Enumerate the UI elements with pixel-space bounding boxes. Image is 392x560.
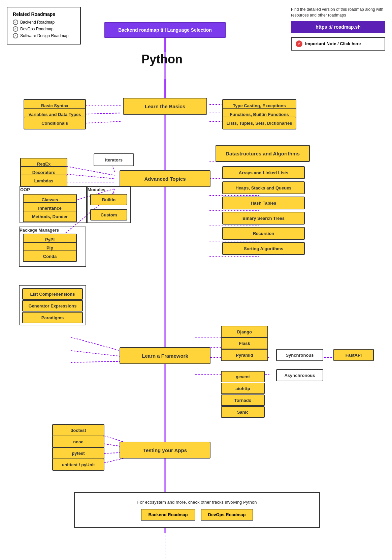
conditionals-node[interactable]: Conditionals <box>24 117 86 129</box>
check-icon-backend: ✓ <box>13 20 18 25</box>
svg-line-8 <box>61 165 115 175</box>
synchronous-node[interactable]: Synchronous <box>276 349 323 361</box>
check-icon-devops: ✓ <box>13 26 18 32</box>
methods-dunder-node[interactable]: Methods, Dunder <box>23 211 77 222</box>
flask-node[interactable]: Flask <box>221 337 268 349</box>
doctest-node[interactable]: doctest <box>52 424 104 436</box>
paradigms-node[interactable]: Paradigms <box>22 312 83 323</box>
iterators-node[interactable]: Iterators <box>94 153 134 166</box>
asynchronous-node[interactable]: Asynchronous <box>276 369 323 381</box>
related-item-devops[interactable]: ✓ DevOps Roadmap <box>13 26 75 32</box>
hash-tables-node[interactable]: Hash Tables <box>222 197 305 209</box>
advanced-topics-node[interactable]: Advanced Topics <box>120 170 210 187</box>
red-circle-icon: ✓ <box>296 40 302 47</box>
arrays-linked-lists-node[interactable]: Arrays and Linked Lists <box>222 166 305 179</box>
page-container: Related Roadmaps ✓ Backend Roadmap ✓ Dev… <box>0 0 392 560</box>
related-roadmaps-title: Related Roadmaps <box>13 11 75 17</box>
sanic-node[interactable]: Sanic <box>221 406 265 418</box>
tornado-node[interactable]: Tornado <box>221 394 265 406</box>
related-roadmaps-box: Related Roadmaps ✓ Backend Roadmap ✓ Dev… <box>7 7 81 45</box>
fastapi-node[interactable]: FastAPI <box>333 349 374 361</box>
heaps-stacks-queues-node[interactable]: Heaps, Stacks and Queues <box>222 181 305 194</box>
check-icon-software: ✓ <box>13 33 18 38</box>
info-box: Find the detailed version of this roadma… <box>291 7 385 51</box>
ecosystem-buttons: Backend Roadmap DevOps Roadmap <box>83 509 311 521</box>
roadmap-url[interactable]: https :// roadmap.sh <box>291 21 385 33</box>
ecosystem-title: For ecosystem and more, check other trac… <box>83 500 311 505</box>
list-comprehensions-node[interactable]: List Comprehensions <box>22 288 83 300</box>
builtin-node[interactable]: Builtin <box>90 194 127 205</box>
recursion-node[interactable]: Recursion <box>222 227 305 240</box>
python-title: Python <box>141 52 183 66</box>
ecosystem-backend-btn[interactable]: Backend Roadmap <box>141 509 195 521</box>
lists-tuples-node[interactable]: Lists, Tuples, Sets, Dictionaries <box>222 117 296 129</box>
related-item-software[interactable]: ✓ Software Design Roadmap <box>13 33 75 38</box>
datastructures-node[interactable]: Datastructures and Algorithms <box>216 145 310 162</box>
ecosystem-devops-btn[interactable]: DevOps Roadmap <box>201 509 253 521</box>
connections-svg <box>0 0 392 560</box>
backend-roadmap-node[interactable]: Backend roadmap till Language Selection <box>104 22 226 38</box>
nose-node[interactable]: nose <box>52 436 104 448</box>
svg-line-9 <box>61 174 115 179</box>
conda-node[interactable]: Conda <box>23 250 77 262</box>
related-item-backend[interactable]: ✓ Backend Roadmap <box>13 20 75 25</box>
aiohttp-node[interactable]: aiohttp <box>221 383 265 394</box>
sorting-algorithms-node[interactable]: Sorting Algorithms <box>222 242 305 255</box>
lambdas-node[interactable]: Lambdas <box>20 175 67 187</box>
learn-basics-node[interactable]: Learn the Basics <box>123 98 207 115</box>
info-text: Find the detailed version of this roadma… <box>291 7 385 18</box>
important-note-button[interactable]: ✓ Important Note / Click here <box>291 37 385 51</box>
unittest-pyunit-node[interactable]: unittest / pyUnit <box>52 459 104 471</box>
generator-expressions-node[interactable]: Generator Expressions <box>22 300 83 312</box>
gevent-node[interactable]: gevent <box>221 371 265 382</box>
learn-framework-node[interactable]: Learn a Framework <box>120 347 210 364</box>
testing-apps-node[interactable]: Testing your Apps <box>120 442 210 459</box>
django-node[interactable]: Django <box>221 326 268 338</box>
custom-node[interactable]: Custom <box>90 209 127 220</box>
binary-search-trees-node[interactable]: Binary Search Trees <box>222 212 305 225</box>
ecosystem-box: For ecosystem and more, check other trac… <box>74 492 320 528</box>
pytest-node[interactable]: pytest <box>52 447 104 459</box>
pyramid-node[interactable]: Pyramid <box>221 349 268 361</box>
